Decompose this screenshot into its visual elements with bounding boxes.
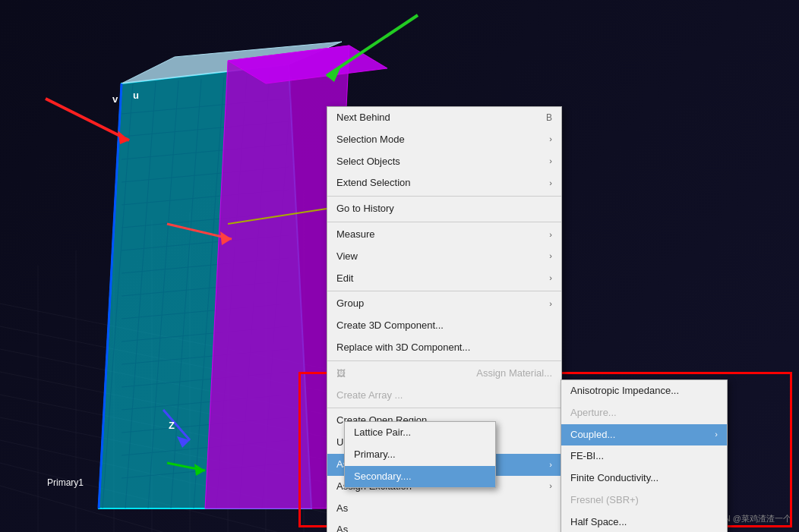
submenu-arrow: › bbox=[549, 155, 552, 168]
menu-label: As bbox=[336, 501, 348, 517]
menu-item-next-behind[interactable]: Next Behind B bbox=[327, 107, 561, 129]
menu-label: Lattice Pair... bbox=[354, 425, 411, 441]
menu-label: Finite Conductivity... bbox=[570, 471, 658, 486]
fe-bi-item[interactable]: FE-BI... bbox=[561, 445, 727, 467]
menu-label: Next Behind bbox=[336, 110, 390, 126]
lattice-pair-item[interactable]: Lattice Pair... bbox=[345, 422, 495, 444]
menu-label: Edit bbox=[336, 271, 353, 287]
separator-1 bbox=[327, 196, 561, 197]
menu-label: Aperture... bbox=[570, 405, 617, 421]
submenu-arrow: › bbox=[549, 480, 552, 493]
finite-conductivity-item[interactable]: Finite Conductivity... bbox=[561, 467, 727, 490]
separator-5 bbox=[327, 408, 561, 408]
menu-label: As bbox=[336, 522, 348, 532]
menu-item-as2[interactable]: As bbox=[327, 519, 561, 532]
separator-3 bbox=[327, 291, 561, 291]
menu-item-as1[interactable]: As bbox=[327, 498, 561, 520]
menu-label: Anisotropic Impedance... bbox=[570, 383, 679, 399]
boundary-submenu: Anisotropic Impedance... Aperture... Cou… bbox=[561, 379, 728, 532]
menu-label: Assign Material... bbox=[476, 366, 552, 382]
separator-4 bbox=[327, 360, 561, 361]
menu-label: Extend Selection bbox=[336, 175, 411, 191]
menu-label: Measure bbox=[336, 227, 375, 243]
submenu-arrow: › bbox=[549, 297, 552, 311]
fresnel-item: Fresnel (SBR+) bbox=[561, 490, 727, 512]
menu-item-group[interactable]: Group › bbox=[327, 293, 561, 315]
menu-label: FE-BI... bbox=[570, 449, 604, 464]
menu-label: Secondary.... bbox=[354, 469, 412, 485]
submenu-arrow: › bbox=[549, 177, 552, 190]
menu-item-assign-material: 🖼 Assign Material... bbox=[327, 363, 561, 385]
menu-label: View bbox=[336, 249, 358, 265]
menu-label: Half Space... bbox=[570, 515, 627, 530]
menu-item-go-to-history[interactable]: Go to History bbox=[327, 198, 561, 220]
menu-label: Select Objects bbox=[336, 154, 400, 170]
menu-item-measure[interactable]: Measure › bbox=[327, 224, 561, 246]
3d-viewport: v u Z Primary1 Next Behind B Selection M… bbox=[0, 0, 799, 532]
menu-label: Create Array ... bbox=[336, 388, 403, 404]
submenu-arrow: › bbox=[549, 250, 552, 263]
submenu-arrow: › bbox=[549, 272, 552, 285]
menu-label: Group bbox=[336, 296, 364, 312]
separator-2 bbox=[327, 222, 561, 222]
submenu-arrow: › bbox=[549, 228, 552, 242]
half-space-item[interactable]: Half Space... bbox=[561, 512, 727, 532]
secondary-item[interactable]: Secondary.... bbox=[345, 466, 495, 488]
menu-label: Primary... bbox=[354, 447, 396, 463]
menu-shortcut: B bbox=[546, 111, 552, 125]
menu-item-view[interactable]: View › bbox=[327, 246, 561, 268]
menu-item-selection-mode[interactable]: Selection Mode › bbox=[327, 129, 561, 151]
menu-label: Selection Mode bbox=[336, 132, 405, 148]
menu-item-select-objects[interactable]: Select Objects › bbox=[327, 151, 561, 173]
submenu-arrow: › bbox=[549, 133, 552, 146]
lattice-submenu: Lattice Pair... Primary... Secondary.... bbox=[344, 421, 496, 488]
submenu-arrow: › bbox=[715, 428, 718, 442]
aperture-item: Aperture... bbox=[561, 402, 727, 424]
v-axis-label: v bbox=[112, 93, 118, 105]
u-axis-label: u bbox=[133, 90, 139, 101]
menu-label: Go to History bbox=[336, 201, 394, 217]
menu-item-create-3d[interactable]: Create 3D Component... bbox=[327, 315, 561, 337]
menu-item-edit[interactable]: Edit › bbox=[327, 268, 561, 290]
red-arrow bbox=[46, 99, 129, 144]
submenu-arrow: › bbox=[549, 458, 552, 472]
primary-item[interactable]: Primary... bbox=[345, 444, 495, 466]
anisotropic-item[interactable]: Anisotropic Impedance... bbox=[561, 380, 727, 402]
menu-item-extend-selection[interactable]: Extend Selection › bbox=[327, 172, 561, 194]
coupled-item[interactable]: Coupled... › bbox=[561, 424, 727, 446]
menu-item-replace-3d[interactable]: Replace with 3D Component... bbox=[327, 337, 561, 359]
menu-label: Fresnel (SBR+) bbox=[570, 493, 639, 508]
primary1-label: Primary1 bbox=[47, 477, 84, 488]
svg-line-42 bbox=[46, 99, 129, 140]
menu-item-create-array: Create Array ... bbox=[327, 385, 561, 407]
menu-label: Create 3D Component... bbox=[336, 318, 444, 334]
menu-label: Replace with 3D Component... bbox=[336, 340, 470, 356]
menu-label: Coupled... bbox=[570, 427, 615, 443]
z-axis-label: Z bbox=[169, 420, 175, 431]
